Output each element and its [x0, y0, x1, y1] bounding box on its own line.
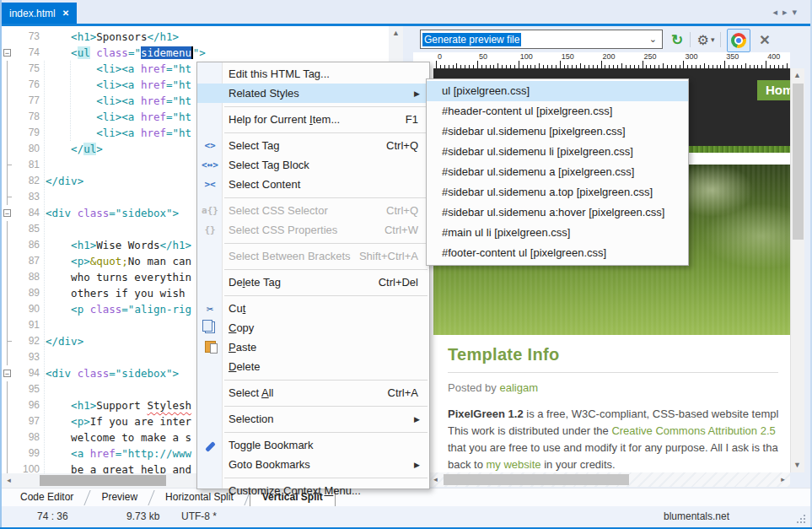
- fold-collapse-icon[interactable]: [2, 365, 13, 381]
- menu-item-select-css-properties[interactable]: {}Select CSS PropertiesCtrl+W: [197, 220, 429, 240]
- submenu-arrow-icon: ▶: [414, 415, 429, 424]
- chevron-down-icon[interactable]: ⌄: [649, 34, 657, 45]
- scroll-right-icon[interactable]: ▸: [776, 472, 790, 487]
- menu-item-related-styles[interactable]: Related Styles▶: [197, 84, 429, 103]
- scrollbar-thumb[interactable]: [40, 475, 166, 486]
- scroll-down-icon[interactable]: ▼: [790, 458, 804, 472]
- menu-item-paste[interactable]: Paste: [197, 337, 429, 357]
- menu-item-select-between-brackets[interactable]: Select Between BracketsShift+Ctrl+A: [197, 246, 429, 266]
- tab-index-html[interactable]: index.html ✕: [2, 3, 77, 24]
- line-number: 95: [13, 381, 46, 397]
- preview-horizontal-scrollbar[interactable]: ◂ ▸: [428, 472, 790, 487]
- menu-item-label: Customize Context Menu...: [223, 484, 361, 497]
- menu-separator: [224, 106, 428, 107]
- fold-collapse-icon[interactable]: [2, 45, 13, 61]
- code-text: who turns everythin: [46, 269, 191, 285]
- line-number: 90: [13, 301, 46, 317]
- paste-icon: [205, 341, 216, 353]
- chrome-browser-button[interactable]: [727, 29, 750, 52]
- menu-item-goto-bookmarks[interactable]: Goto Bookmarks▶: [197, 455, 429, 474]
- menu-shortcut: Ctrl+Del: [379, 276, 429, 289]
- submenu-item-footer-content-ul-pixelgreen-css[interactable]: #footer-content ul [pixelgreen.css]: [427, 243, 688, 263]
- code-text: </div>: [46, 173, 83, 189]
- fold-marker: [2, 93, 13, 109]
- view-tab-code-editor[interactable]: Code Editor: [8, 489, 85, 506]
- menu-item-select-tag[interactable]: <>Select TagCtrl+Q: [197, 136, 429, 155]
- ruler-tick: [601, 61, 602, 68]
- preview-vertical-scrollbar[interactable]: ▲ ▼: [790, 68, 804, 472]
- code-text: be a great help and: [46, 462, 191, 473]
- menu-item-cut[interactable]: ✂Cut: [197, 299, 429, 318]
- menu-item-delete[interactable]: Delete: [197, 357, 429, 376]
- submenu-item-sidebar-ul-sidemenu-li-pixelgreen-css[interactable]: #sidebar ul.sidemenu li [pixelgreen.css]: [427, 142, 688, 162]
- resize-grip[interactable]: [797, 515, 805, 523]
- fold-marker: [2, 429, 13, 445]
- ruler-label: 150: [562, 52, 574, 61]
- fold-marker: [2, 301, 13, 317]
- site-link[interactable]: my website: [487, 458, 541, 471]
- fold-collapse-icon[interactable]: [2, 205, 13, 221]
- tab-close-icon[interactable]: ✕: [62, 8, 69, 18]
- menu-item-edit-this-html-tag[interactable]: Edit this HTML Tag...: [197, 64, 429, 84]
- fold-marker: [2, 462, 13, 473]
- menu-item-customize-context-menu[interactable]: Customize Context Menu...: [197, 481, 429, 500]
- submenu-item-sidebar-ul-sidemenu-pixelgreen-css[interactable]: #sidebar ul.sidemenu [pixelgreen.css]: [427, 121, 688, 142]
- scroll-left-icon[interactable]: ◂: [2, 473, 16, 488]
- fold-marker: [2, 269, 13, 285]
- menu-item-label: Select Tag Block: [223, 159, 309, 171]
- code-text: others if you wish: [46, 285, 186, 301]
- copy-icon: [197, 321, 223, 335]
- menu-item-label: Goto Bookmarks: [223, 458, 310, 471]
- close-preview-button[interactable]: ✕: [755, 30, 775, 49]
- view-tab-preview[interactable]: Preview: [89, 489, 149, 506]
- ruler-tick: [724, 61, 725, 68]
- site-posted-by: Posted by ealigam: [448, 381, 778, 394]
- code-text: <p>&quot;No man can: [46, 253, 191, 269]
- menu-item-select-css-selector[interactable]: a{}Select CSS SelectorCtrl+Q: [197, 201, 429, 220]
- scroll-left-icon[interactable]: ◂: [428, 472, 443, 487]
- fold-marker: [2, 349, 13, 365]
- preview-settings-button[interactable]: ⚙▾: [693, 30, 718, 49]
- line-number: 75: [13, 61, 46, 77]
- submenu-item-sidebar-ul-sidemenu-a-top-pixelgreen-css[interactable]: #sidebar ul.sidemenu a.top [pixelgreen.c…: [427, 182, 688, 202]
- menu-item-toggle-bookmark[interactable]: Toggle Bookmark: [197, 435, 429, 455]
- code-text: <h1>Wise Words</h1>: [46, 237, 191, 253]
- scroll-up-icon[interactable]: ▲: [790, 68, 804, 83]
- paste-icon: [197, 341, 223, 354]
- line-number: 74: [13, 45, 46, 61]
- menu-item-help-for-current-item[interactable]: Help for Current Item...F1: [197, 110, 429, 129]
- ruler-label: 350: [726, 52, 739, 61]
- tab-nav-arrows[interactable]: ◂▸▾: [772, 7, 802, 18]
- fold-marker: [2, 445, 13, 462]
- submenu-item-sidebar-ul-sidemenu-a-pixelgreen-css[interactable]: #sidebar ul.sidemenu a [pixelgreen.css]: [427, 162, 688, 182]
- submenu-item-ul-pixelgreen-css[interactable]: ul [pixelgreen.css]: [427, 81, 688, 101]
- code-text: welcome to make a s: [46, 429, 191, 445]
- line-number: 86: [13, 237, 46, 253]
- menu-item-copy[interactable]: Copy: [197, 318, 429, 337]
- combobox-value: Generate preview file: [422, 33, 521, 46]
- scroll-up-icon[interactable]: ▲: [389, 26, 403, 40]
- code-line: 73 <h1>Sponsors</h1>: [2, 29, 389, 45]
- select-tag-icon: <>: [197, 140, 223, 151]
- menu-item-select-tag-block[interactable]: <↔>Select Tag Block: [197, 155, 429, 175]
- preview-file-combobox[interactable]: Generate preview file ⌄: [420, 30, 663, 49]
- menu-item-select-all[interactable]: Select AllCtrl+A: [197, 383, 429, 402]
- menu-item-label: Copy: [223, 321, 254, 334]
- menu-item-selection[interactable]: Selection▶: [197, 409, 429, 429]
- site-link[interactable]: ealigam: [499, 381, 538, 394]
- submenu-item-header-content-ul-pixelgreen-css[interactable]: #header-content ul [pixelgreen.css]: [427, 101, 688, 121]
- menu-item-select-content[interactable]: ><Select Content: [197, 175, 429, 194]
- scrollbar-thumb[interactable]: [444, 474, 629, 485]
- menu-item-label: Paste: [223, 341, 256, 354]
- fold-marker: [2, 77, 13, 93]
- submenu-item-main-ul-li-pixelgreen-css[interactable]: #main ul li [pixelgreen.css]: [427, 223, 688, 243]
- refresh-preview-button[interactable]: ↻: [667, 30, 687, 49]
- site-home-link[interactable]: Home: [757, 80, 790, 100]
- submenu-item-sidebar-ul-sidemenu-a-hover-pixelgreen-css[interactable]: #sidebar ul.sidemenu a:hover [pixelgreen…: [427, 202, 688, 223]
- site-link[interactable]: Creative Commons Attribution 2.5 License…: [611, 424, 778, 437]
- brand-link[interactable]: blumentals.net: [664, 510, 729, 522]
- scrollbar-thumb[interactable]: [793, 84, 804, 240]
- menu-item-delete-tag[interactable]: Delete TagCtrl+Del: [197, 273, 429, 292]
- line-number: 89: [13, 285, 46, 301]
- site-text: back to: [448, 458, 487, 471]
